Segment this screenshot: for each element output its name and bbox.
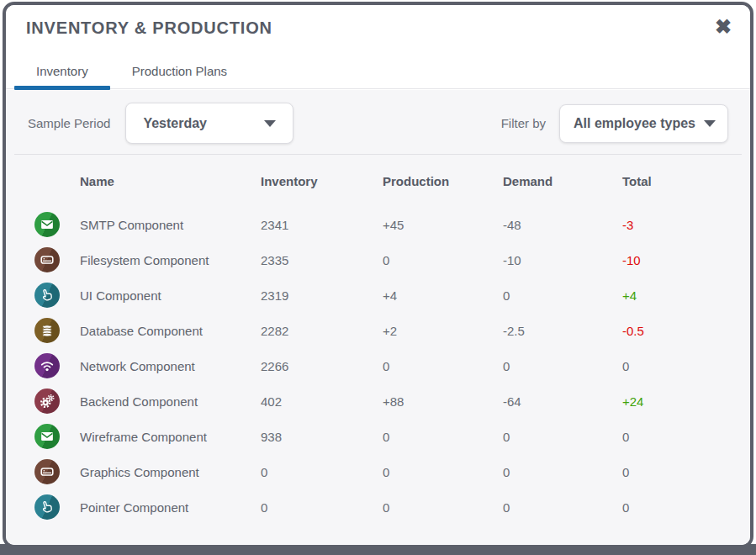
close-icon[interactable]: ✖ — [715, 15, 732, 40]
row-demand: -48 — [503, 218, 622, 232]
column-inventory: Inventory — [261, 174, 383, 188]
row-demand: 0 — [503, 288, 622, 303]
row-production: +45 — [383, 218, 503, 232]
table-row: Database Component 2282 +2 -2.5 -0.5 — [6, 313, 750, 348]
employee-type-value: All employee types — [574, 116, 695, 131]
table-row: Wireframe Component 938 0 0 0 — [6, 419, 750, 454]
row-inventory: 0 — [261, 465, 383, 479]
tab-inventory-label: Inventory — [36, 64, 88, 78]
row-total: 0 — [622, 465, 750, 479]
row-inventory: 2266 — [261, 359, 383, 373]
gears-icon — [34, 388, 60, 414]
row-total: 0 — [622, 430, 750, 444]
database-icon — [34, 318, 60, 343]
envelope-icon — [34, 212, 60, 237]
row-demand: -2.5 — [503, 324, 622, 338]
row-name: Graphics Component — [80, 465, 261, 479]
envelope-icon — [34, 424, 60, 449]
row-inventory: 2335 — [261, 253, 383, 267]
row-production: 0 — [383, 430, 503, 444]
column-total: Total — [622, 174, 750, 188]
row-demand: 0 — [503, 500, 622, 515]
row-name: Pointer Component — [80, 500, 261, 515]
row-inventory: 938 — [261, 430, 383, 444]
table-body: SMTP Component 2341 +45 -48 -3 Filesyste… — [6, 207, 750, 525]
row-total: 0 — [622, 500, 750, 515]
row-total: +24 — [622, 394, 750, 409]
row-name: Wireframe Component — [80, 430, 261, 444]
tab-inventory[interactable]: Inventory — [14, 54, 110, 88]
sample-period-dropdown[interactable]: Yesterday — [125, 103, 293, 144]
row-production: 0 — [383, 359, 503, 373]
row-production: 0 — [383, 500, 503, 515]
row-inventory: 2282 — [261, 324, 383, 338]
table-row: SMTP Component 2341 +45 -48 -3 — [6, 207, 750, 242]
tab-production-plans[interactable]: Production Plans — [110, 54, 249, 88]
row-name: Network Component — [80, 359, 261, 373]
filter-row: Sample Period Yesterday Filter by All em… — [6, 90, 750, 154]
row-production: 0 — [383, 465, 503, 479]
row-demand: 0 — [503, 430, 622, 444]
row-inventory: 2319 — [261, 288, 383, 303]
row-demand: 0 — [503, 465, 622, 479]
row-total: -3 — [622, 218, 750, 232]
hand-pointer-icon — [34, 283, 60, 308]
table-row: Backend Component 402 +88 -64 +24 — [6, 383, 750, 419]
row-production: +4 — [383, 288, 503, 303]
table-row: Filesystem Component 2335 0 -10 -10 — [6, 242, 750, 278]
table-row: Network Component 2266 0 0 0 — [6, 348, 750, 383]
wifi-icon — [34, 353, 60, 378]
row-name: SMTP Component — [80, 218, 261, 232]
column-demand: Demand — [503, 174, 622, 188]
column-name: Name — [80, 174, 261, 188]
dialog-content: Sample Period Yesterday Filter by All em… — [6, 90, 750, 545]
drive-icon — [34, 247, 60, 272]
tab-production-plans-label: Production Plans — [132, 64, 227, 78]
table-row: UI Component 2319 +4 0 +4 — [6, 278, 750, 313]
row-name: Database Component — [80, 324, 261, 338]
row-inventory: 402 — [261, 394, 383, 409]
dialog-title: INVENTORY & PRODUCTION — [26, 18, 272, 38]
sample-period-value: Yesterday — [143, 116, 207, 131]
sample-period-label: Sample Period — [28, 116, 110, 130]
table-header: Name Inventory Production Demand Total — [6, 155, 750, 207]
row-inventory: 0 — [261, 500, 383, 515]
row-total: -0.5 — [622, 324, 750, 338]
row-total: 0 — [622, 359, 750, 373]
table-row: Pointer Component 0 0 0 0 — [6, 489, 750, 525]
row-total: -10 — [622, 253, 750, 267]
row-demand: -64 — [503, 394, 622, 409]
dialog-header: INVENTORY & PRODUCTION ✖ — [6, 5, 750, 54]
row-demand: 0 — [503, 359, 622, 373]
row-demand: -10 — [503, 253, 622, 267]
row-production: 0 — [383, 253, 503, 267]
employee-type-dropdown[interactable]: All employee types — [559, 104, 728, 143]
hand-pointer-icon — [34, 494, 60, 520]
row-name: Filesystem Component — [80, 253, 261, 267]
chevron-down-icon — [264, 120, 276, 127]
table-row: Graphics Component 0 0 0 0 — [6, 454, 750, 489]
row-name: UI Component — [80, 288, 261, 303]
row-inventory: 2341 — [261, 218, 383, 232]
row-total: +4 — [622, 288, 750, 303]
drive-icon — [34, 459, 60, 484]
tab-bar: Inventory Production Plans — [6, 54, 750, 89]
row-name: Backend Component — [80, 394, 261, 409]
filter-by-label: Filter by — [501, 116, 546, 130]
chevron-down-icon — [704, 120, 716, 127]
row-production: +2 — [383, 324, 503, 338]
row-production: +88 — [383, 394, 503, 409]
column-production: Production — [383, 174, 503, 188]
inventory-production-dialog: INVENTORY & PRODUCTION ✖ Inventory Produ… — [3, 2, 753, 548]
